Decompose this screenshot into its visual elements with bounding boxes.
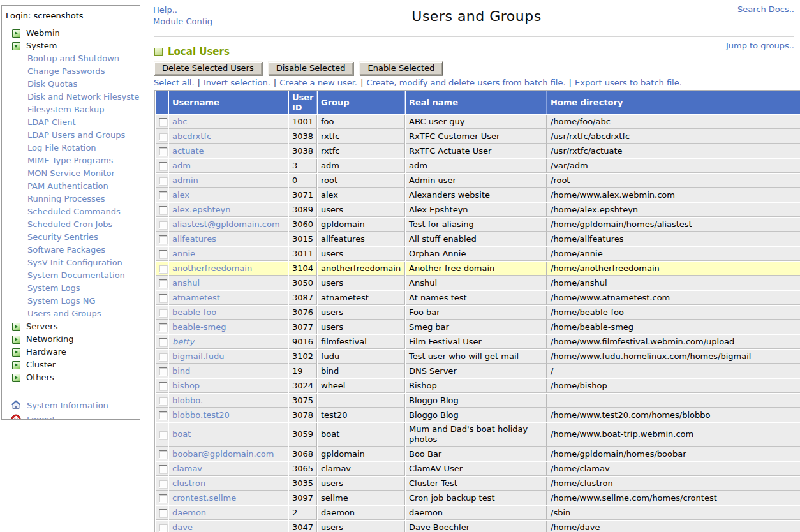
username-link[interactable]: anshul xyxy=(172,278,200,288)
row-checkbox[interactable] xyxy=(159,162,167,170)
sidebar-item[interactable]: MIME Type Programs xyxy=(6,154,140,167)
select-all-link[interactable]: Select all. xyxy=(154,78,195,87)
row-checkbox[interactable] xyxy=(159,147,167,156)
username-link[interactable]: clustron xyxy=(172,478,205,488)
sidebar-item-logout[interactable]: Logout xyxy=(6,412,140,420)
username-link[interactable]: annie xyxy=(172,249,195,258)
sidebar-item[interactable]: Disk and Network Filesystems xyxy=(6,91,140,103)
username-link[interactable]: actuate xyxy=(172,146,204,156)
username-link[interactable]: clamav xyxy=(172,464,202,473)
row-checkbox[interactable] xyxy=(159,367,167,376)
sidebar-category[interactable]: Networking xyxy=(6,333,140,346)
create-new-user-link[interactable]: Create a new user. xyxy=(279,78,357,87)
sidebar-item[interactable]: Change Passwords xyxy=(6,65,140,78)
search-docs-link[interactable]: Search Docs.. xyxy=(737,4,794,14)
row-checkbox[interactable] xyxy=(159,250,167,258)
username-link[interactable]: beable-foo xyxy=(172,307,216,317)
delete-selected-users-button[interactable]: Delete Selected Users xyxy=(154,61,262,75)
username-link[interactable]: alex xyxy=(172,190,189,200)
row-checkbox[interactable] xyxy=(159,206,167,214)
sidebar-item[interactable]: Security Sentries xyxy=(6,231,140,244)
username-link[interactable]: betty xyxy=(172,337,194,346)
sidebar-item[interactable]: Software Packages xyxy=(6,244,140,256)
row-checkbox[interactable] xyxy=(159,221,167,229)
username-link[interactable]: beable-smeg xyxy=(172,322,226,332)
sidebar-item[interactable]: LDAP Users and Groups xyxy=(6,129,140,142)
row-checkbox[interactable] xyxy=(159,397,167,405)
username-link[interactable]: dave xyxy=(172,522,193,532)
sidebar-category-label[interactable]: Networking xyxy=(26,333,73,346)
username-link[interactable]: bind xyxy=(172,366,190,376)
row-checkbox[interactable] xyxy=(159,309,167,317)
username-link[interactable]: boobar@gpldomain.com xyxy=(172,449,274,459)
username-link[interactable]: abc xyxy=(172,117,187,126)
invert-selection-link[interactable]: Invert selection. xyxy=(204,78,270,87)
username-link[interactable]: admin xyxy=(172,175,198,185)
sidebar-category-webmin-label[interactable]: Webmin xyxy=(26,27,60,40)
sidebar-item[interactable]: Log File Rotation xyxy=(6,142,140,154)
sidebar-category-system-label[interactable]: System xyxy=(26,40,57,52)
username-link[interactable]: blobbo.test20 xyxy=(172,410,230,420)
sidebar-item[interactable]: Running Processes xyxy=(6,193,140,205)
username-link[interactable]: aliastest@gpldomain.com xyxy=(172,219,280,229)
username-link[interactable]: bishop xyxy=(172,381,200,390)
row-checkbox[interactable] xyxy=(159,480,167,488)
row-checkbox[interactable] xyxy=(159,450,167,459)
username-link[interactable]: crontest.sellme xyxy=(172,493,236,503)
row-checkbox[interactable] xyxy=(159,235,167,244)
system-information-link[interactable]: System Information xyxy=(27,401,108,410)
row-checkbox[interactable] xyxy=(159,382,167,390)
sidebar-category[interactable]: Cluster xyxy=(6,358,140,371)
row-checkbox[interactable] xyxy=(159,494,167,503)
sidebar-category-system[interactable]: System xyxy=(6,40,140,52)
sidebar-item[interactable]: System Documentation xyxy=(6,269,140,282)
sidebar-item[interactable]: SysV Init Configuration xyxy=(6,256,140,269)
username-link[interactable]: abcdrxtfc xyxy=(172,131,211,141)
username-link[interactable]: blobbo. xyxy=(172,395,203,405)
row-checkbox[interactable] xyxy=(159,509,167,517)
sidebar-item[interactable]: Scheduled Cron Jobs xyxy=(6,218,140,231)
row-checkbox[interactable] xyxy=(159,353,167,361)
sidebar-item[interactable]: Users and Groups xyxy=(6,307,140,320)
sidebar-item[interactable]: Disk Quotas xyxy=(6,78,140,91)
jump-to-groups-link[interactable]: Jump to groups.. xyxy=(726,41,794,50)
row-checkbox[interactable] xyxy=(159,338,167,346)
sidebar-category[interactable]: Hardware xyxy=(6,346,140,358)
sidebar-item[interactable]: MON Service Monitor xyxy=(6,167,140,180)
sidebar-item[interactable]: System Logs xyxy=(6,282,140,295)
row-checkbox[interactable] xyxy=(159,279,167,288)
sidebar-item[interactable]: Bootup and Shutdown xyxy=(6,52,140,65)
row-checkbox[interactable] xyxy=(159,411,167,420)
sidebar-item[interactable]: PAM Authentication xyxy=(6,180,140,193)
username-link[interactable]: boat xyxy=(172,429,191,439)
username-link[interactable]: atnametest xyxy=(172,293,220,302)
sidebar-category-label[interactable]: Hardware xyxy=(26,346,66,358)
sidebar-category[interactable]: Others xyxy=(6,371,140,384)
disable-selected-button[interactable]: Disable Selected xyxy=(268,61,354,75)
sidebar-category[interactable]: Servers xyxy=(6,320,140,333)
sidebar-item[interactable]: LDAP Client xyxy=(6,116,140,129)
row-checkbox[interactable] xyxy=(159,265,167,273)
row-checkbox[interactable] xyxy=(159,118,167,126)
row-checkbox[interactable] xyxy=(159,294,167,302)
batch-file-link[interactable]: Create, modify and delete users from bat… xyxy=(366,78,565,87)
enable-selected-button[interactable]: Enable Selected xyxy=(359,61,443,75)
row-checkbox[interactable] xyxy=(159,524,167,532)
username-link[interactable]: daemon xyxy=(172,508,206,517)
row-checkbox[interactable] xyxy=(159,465,167,473)
row-checkbox[interactable] xyxy=(159,431,167,439)
sidebar-category-label[interactable]: Servers xyxy=(26,320,57,333)
sidebar-item[interactable]: Filesystem Backup xyxy=(6,103,140,116)
sidebar-item[interactable]: Scheduled Commands xyxy=(6,205,140,218)
username-link[interactable]: anotherfreedomain xyxy=(172,263,252,273)
row-checkbox[interactable] xyxy=(159,323,167,332)
username-link[interactable]: alex.epshteyn xyxy=(172,205,230,214)
username-link[interactable]: allfeatures xyxy=(172,234,216,244)
row-checkbox[interactable] xyxy=(159,191,167,200)
username-link[interactable]: adm xyxy=(172,161,191,170)
sidebar-category-webmin[interactable]: Webmin xyxy=(6,27,140,40)
sidebar-category-label[interactable]: Others xyxy=(26,371,54,384)
sidebar-item-system-information[interactable]: System Information xyxy=(6,398,140,412)
export-batch-link[interactable]: Export users to batch file. xyxy=(575,78,682,87)
username-link[interactable]: bigmail.fudu xyxy=(172,351,224,361)
